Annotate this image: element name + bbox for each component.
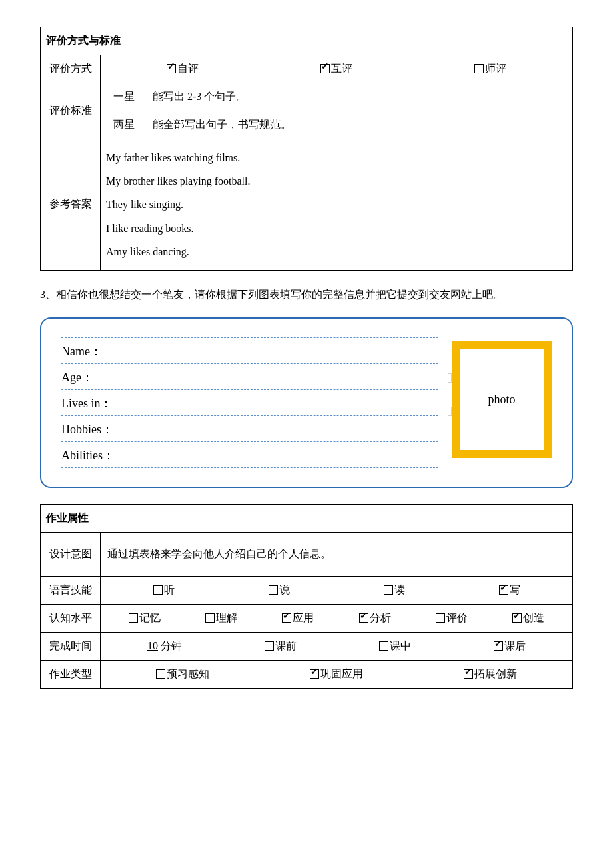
type-label: 作业类型 [41,660,101,688]
photo-label: photo [488,393,515,407]
answer-line: My brother likes playing football. [106,169,567,193]
answer-line: I like reading books. [106,217,567,240]
checkbox-option[interactable]: 课前 [265,639,297,653]
checkbox-option[interactable]: 课后 [494,639,526,653]
option-label: 自评 [177,63,199,74]
checkbox-option[interactable]: 分析 [359,611,391,625]
checkbox-checked-icon [310,669,319,679]
attr-header: 作业属性 [41,504,573,532]
checkbox-icon [153,585,163,595]
checkbox-option[interactable]: 理解 [205,611,237,625]
option-label: 预习感知 [167,668,209,679]
checkbox-option[interactable]: 拓展创新 [464,667,517,681]
criteria-desc: 能全部写出句子，书写规范。 [147,111,573,139]
type-opts: 预习感知巩固应用拓展创新 [106,667,567,681]
skill-label: 语言技能 [41,576,101,604]
checkbox-icon [129,613,138,623]
checkbox-checked-icon [494,641,503,651]
checkbox-option[interactable]: 读 [384,583,405,597]
checkbox-option[interactable]: 自评 [167,62,199,76]
form-field[interactable]: Name： [61,337,438,364]
answer-line: They like singing. [106,193,567,216]
option-label: 互评 [331,63,352,74]
skill-opts: 听说读写 [106,583,567,597]
checkbox-option[interactable]: 创造 [512,611,544,625]
cog-label: 认知水平 [41,604,101,632]
checkbox-checked-icon [464,669,473,679]
option-label: 师评 [485,63,506,74]
checkbox-icon [436,613,445,623]
photo-box[interactable]: photo [452,341,552,458]
option-label: 理解 [216,612,237,623]
checkbox-option[interactable]: 巩固应用 [310,667,363,681]
checkbox-option[interactable]: 听 [153,583,175,597]
option-label: 写 [510,584,520,595]
answer-line: My father likes watching films. [106,146,567,169]
attributes-table: 作业属性 设计意图 通过填表格来学会向他人介绍自己的个人信息。 语言技能 听说读… [40,504,573,689]
option-label: 课中 [390,640,411,651]
form-field[interactable]: Age： [61,364,438,390]
checkbox-icon [379,641,388,651]
option-label: 评价 [446,612,468,623]
checkbox-checked-icon [320,64,330,73]
eval-mode-label: 评价方式 [41,55,101,83]
option-label: 读 [394,584,405,595]
checkbox-option[interactable]: 师评 [474,62,506,76]
form-field[interactable]: Hobbies： [61,416,438,442]
form-fields-left: Name：Age：Lives in：Hobbies：Abilities： [61,337,452,468]
checkbox-icon [265,641,274,651]
checkbox-option[interactable]: 课中 [379,639,411,653]
option-label: 课前 [275,640,297,651]
eval-mode-options: 自评互评师评 [101,55,573,83]
photo-wrapper: photo [452,337,552,468]
checkbox-checked-icon [499,585,508,595]
checkbox-checked-icon [282,613,291,623]
checkbox-icon [156,669,165,679]
option-label: 巩固应用 [320,668,363,679]
checkbox-checked-icon [359,613,368,623]
checkbox-icon [205,613,215,623]
checkbox-option[interactable]: 互评 [320,62,352,76]
time-unit: 分钟 [161,640,182,651]
option-label: 应用 [293,612,314,623]
penpal-form-card: Name：Age：Lives in：Hobbies：Abilities： pho… [40,317,573,488]
criteria-star: 一星 [101,83,147,111]
cog-opts: 记忆理解应用分析评价创造 [106,611,567,625]
time-cell: 10 分钟 课前课中课后 [101,632,573,660]
checkbox-option[interactable]: 预习感知 [156,667,209,681]
eval-mode-group: 自评互评师评 [106,62,567,76]
question-3-text: 3、相信你也很想结交一个笔友，请你根据下列图表填写你的完整信息并把它提交到交友网… [40,284,573,305]
option-label: 课后 [504,640,526,651]
time-label: 完成时间 [41,632,101,660]
form-field[interactable]: Abilities： [61,442,438,468]
option-label: 创造 [523,612,544,623]
checkbox-checked-icon [167,64,176,73]
checkbox-option[interactable]: 写 [499,583,520,597]
checkbox-checked-icon [512,613,522,623]
time-value-group: 10 分钟 [147,639,182,653]
option-label: 分析 [370,612,391,623]
answer-line: Amy likes dancing. [106,240,567,263]
criteria-desc: 能写出 2-3 个句子。 [147,83,573,111]
criteria-label: 评价标准 [41,83,101,139]
checkbox-option[interactable]: 说 [269,583,290,597]
checkbox-icon [384,585,393,595]
checkbox-option[interactable]: 应用 [282,611,314,625]
answer-block: My father likes watching films.My brothe… [106,146,567,263]
checkbox-option[interactable]: 记忆 [129,611,161,625]
intent-text: 通过填表格来学会向他人介绍自己的个人信息。 [101,532,573,576]
cog-cell: 记忆理解应用分析评价创造 [101,604,573,632]
type-cell: 预习感知巩固应用拓展创新 [101,660,573,688]
form-field[interactable]: Lives in： [61,390,438,416]
checkbox-icon [269,585,278,595]
evaluation-table: 评价方式与标准 评价方式 自评互评师评 评价标准 一星 能写出 2-3 个句子。… [40,27,573,271]
option-label: 说 [279,584,290,595]
time-value: 10 [147,640,158,651]
time-opts-row: 10 分钟 课前课中课后 [106,639,567,653]
photo-tab-icon [448,373,452,383]
option-label: 记忆 [139,612,161,623]
skill-cell: 听说读写 [101,576,573,604]
option-label: 听 [164,584,175,595]
checkbox-option[interactable]: 评价 [436,611,468,625]
criteria-star: 两星 [101,111,147,139]
